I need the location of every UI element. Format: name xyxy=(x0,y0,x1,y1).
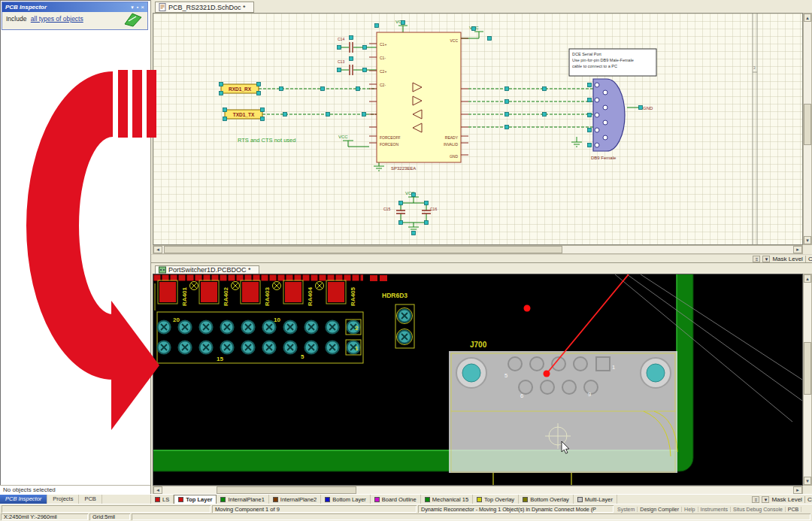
include-objects-link[interactable]: all types of objects xyxy=(31,15,83,23)
scroll-up-button[interactable]: ▲ xyxy=(804,14,811,22)
scroll-down-button[interactable]: ▼ xyxy=(804,236,811,244)
rs232-transceiver-ic[interactable]: C1+ C1- C2+ C2- FORCEOFF FORCEON VCC REA… xyxy=(369,32,468,171)
mask-level-button[interactable]: Mask Level xyxy=(771,496,801,503)
status-moving: Moving Component 1 of 9 xyxy=(212,505,417,513)
clear-button[interactable]: Clear xyxy=(807,496,812,503)
menu-system[interactable]: System xyxy=(615,507,638,512)
schematic-note-box[interactable]: DCE Serial Port Use pin-for-pin DB9 Male… xyxy=(569,49,656,76)
schematic-sheet: 3 VCC VCC VCC VCC xyxy=(153,14,802,244)
ic-pin-forceon: FORCEON xyxy=(380,142,398,147)
left-panel-tabs: PCB Inspector Projects PCB xyxy=(0,494,150,504)
panel-titlebar[interactable]: PCB Inspector ▾ ▪ × xyxy=(2,2,147,12)
header-pin-2: 2 xyxy=(355,325,359,332)
layer-tab-bottom-layer[interactable]: Bottom Layer xyxy=(321,495,371,504)
cap-c15-label: C15 xyxy=(383,207,390,211)
cap-c16-label: C16 xyxy=(430,207,437,211)
clear-button[interactable]: Clear xyxy=(808,256,812,262)
tab-pcb-inspector[interactable]: PCB Inspector xyxy=(0,495,47,504)
ra-label: RA402 xyxy=(223,287,229,306)
pin-icon[interactable]: ▪ xyxy=(137,5,138,10)
layer-tab-board-outline[interactable]: Board Outline xyxy=(371,495,421,504)
scroll-thumb[interactable] xyxy=(804,342,811,395)
tab-schdoc[interactable]: PCB_RS2321D.SchDoc * xyxy=(155,2,254,13)
scroll-thumb[interactable] xyxy=(164,246,562,253)
db9-connector-symbol[interactable]: DB9 Female xyxy=(591,79,625,160)
scroll-up-button[interactable]: ▲ xyxy=(804,274,811,283)
layer-tab-mechanical15[interactable]: Mechanical 15 xyxy=(421,495,473,504)
moving-db9-component[interactable]: 5 1 6 9 xyxy=(449,351,677,473)
scroll-down-button[interactable]: ▼ xyxy=(804,477,811,485)
gnd-net-label: GND xyxy=(643,106,653,111)
close-icon[interactable]: × xyxy=(141,4,144,11)
sheet-border: 3 xyxy=(753,14,757,244)
list-icon[interactable]: ≡ xyxy=(753,256,760,262)
schematic-vscrollbar[interactable]: ▲ ▼ xyxy=(803,13,812,245)
layer-tab-internalplane1[interactable]: InternalPlane1 xyxy=(217,495,268,504)
tab-pcb[interactable]: PCB xyxy=(79,495,102,504)
note-line-3: cable to connect to a PC xyxy=(572,64,617,68)
menu-help[interactable]: Help xyxy=(682,507,698,512)
scroll-thumb[interactable] xyxy=(217,486,356,494)
schematic-hscrollbar[interactable]: ◄ ► xyxy=(153,245,803,254)
status-cell-empty xyxy=(2,505,211,513)
menu-instruments[interactable]: Instruments xyxy=(698,507,732,512)
menu-pcb[interactable]: PCB xyxy=(786,507,801,512)
coordbar-empty-cell xyxy=(132,513,810,520)
layer-set-button[interactable]: LS xyxy=(150,495,174,504)
schematic-tabbar: PCB_RS2321D.SchDoc * xyxy=(151,1,812,13)
menu-situs-debug-console[interactable]: Situs Debug Console xyxy=(731,507,786,512)
ra-label: RA403 xyxy=(264,287,271,306)
mask-level-button[interactable]: Mask Level xyxy=(772,256,802,262)
filter-icon[interactable]: ▼ xyxy=(762,496,769,503)
panel-title: PCB Inspector xyxy=(5,4,129,11)
header-pin-1: 1 xyxy=(355,345,359,352)
list-icon[interactable]: ≡ xyxy=(752,496,759,503)
net-label-rxd[interactable]: RXD1_RX xyxy=(221,84,259,93)
pcb-editor-pane: PortSwitcher1D.PCBDOC * xyxy=(150,262,812,494)
schdoc-tab-label: PCB_RS2321D.SchDoc * xyxy=(168,4,246,11)
scroll-left-button[interactable]: ◄ xyxy=(153,486,162,494)
layer-tab-top-overlay[interactable]: Top Overlay xyxy=(473,495,519,504)
ra-label: RA404 xyxy=(307,287,314,306)
layer-tab-internalplane2[interactable]: InternalPlane2 xyxy=(269,495,321,504)
ic-pin-c2m: C2- xyxy=(380,83,386,87)
pcb-vscrollbar[interactable]: ▲ ▼ xyxy=(803,274,812,486)
ic-pin-c1m: C1- xyxy=(380,56,386,60)
scroll-thumb[interactable] xyxy=(804,104,811,145)
note-line-2: Use pin-for-pin DB9 Male-Female xyxy=(572,58,634,62)
cap-c13-label: C13 xyxy=(338,59,344,64)
layer-color-chip xyxy=(477,497,482,502)
layer-color-chip xyxy=(325,497,330,502)
header-pin-20: 20 xyxy=(173,317,180,323)
status-bar: Moving Component 1 of 9 Dynamic Reconnec… xyxy=(0,504,812,513)
net-label-txd[interactable]: TXD1_TX xyxy=(225,110,262,119)
schematic-canvas[interactable]: 3 VCC VCC VCC VCC xyxy=(153,13,803,245)
ic-pin-forceoff: FORCEOFF xyxy=(380,135,401,140)
scroll-right-button[interactable]: ► xyxy=(793,486,802,494)
chevron-down-icon[interactable]: ▾ xyxy=(131,5,134,11)
layer-color-chip xyxy=(523,497,528,502)
layer-tab-top-layer[interactable]: Top Layer xyxy=(174,495,217,504)
header-pin-15: 15 xyxy=(217,356,223,362)
schematic-annotation: RTS and CTS not used xyxy=(238,137,295,144)
tab-projects[interactable]: Projects xyxy=(47,495,79,504)
sheet-zone-label: 3 xyxy=(753,65,756,70)
layer-color-chip xyxy=(178,497,183,502)
ic-pin-c1p: C1+ xyxy=(380,42,386,47)
menu-design-compiler[interactable]: Design Compiler xyxy=(638,507,682,512)
grid-setting: Grid:5mil xyxy=(89,513,130,520)
db9-pad-9: 9 xyxy=(588,391,591,398)
layer-tab-bottom-overlay[interactable]: Bottom Overlay xyxy=(519,495,574,504)
ra-label: RA405 xyxy=(350,287,356,306)
scroll-right-button[interactable]: ► xyxy=(793,246,802,253)
inspector-status: No objects selected xyxy=(0,485,150,494)
altium-workspace: PCB Inspector ▾ ▪ × Include all types of… xyxy=(0,0,812,521)
layer-tab-multi-layer[interactable]: Multi-Layer xyxy=(574,495,617,504)
filter-icon[interactable]: ▼ xyxy=(762,256,770,262)
pcb-board: RA401 RA402 RA403 RA404 RA405 xyxy=(153,274,802,485)
cursor-coordinates: X:2450mil Y:-2960mil xyxy=(1,513,88,520)
ic-pin-ready: READY xyxy=(445,135,459,140)
kite-icon xyxy=(123,12,143,27)
header-pin-10: 10 xyxy=(274,317,280,323)
pcb-canvas[interactable]: RA401 RA402 RA403 RA404 RA405 xyxy=(153,274,803,486)
